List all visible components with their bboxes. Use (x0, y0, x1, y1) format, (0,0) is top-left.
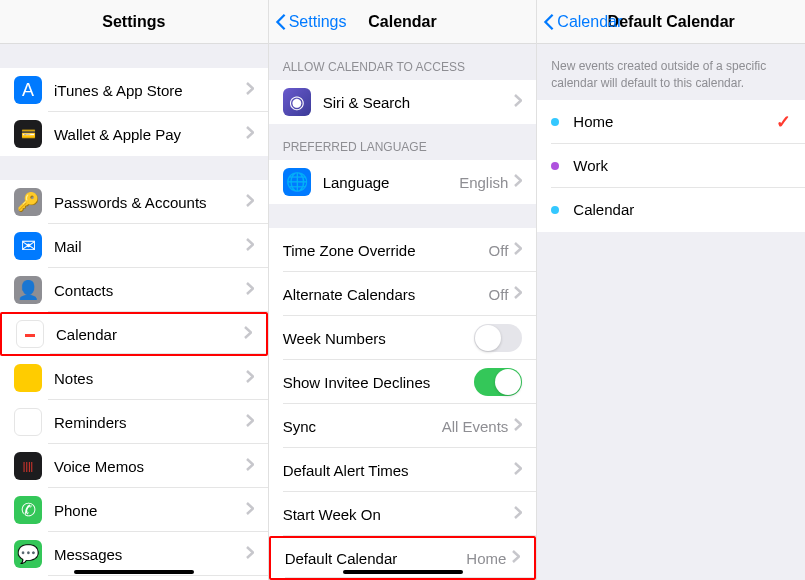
home-indicator[interactable] (74, 570, 194, 574)
content: New events created outside of a specific… (537, 44, 805, 580)
globe-icon: 🌐 (283, 168, 311, 196)
chevron-right-icon (246, 457, 254, 475)
info-text: New events created outside of a specific… (537, 44, 805, 100)
row-sync[interactable]: SyncAll Events (269, 404, 537, 448)
phone-icon: ✆ (14, 496, 42, 524)
chevron-right-icon (246, 413, 254, 431)
row-wallet-apple-pay[interactable]: 💳 Wallet & Apple Pay (0, 112, 268, 156)
chevron-right-icon (514, 505, 522, 523)
back-button[interactable]: Settings (275, 13, 347, 31)
row-siri-search[interactable]: ◉ Siri & Search (269, 80, 537, 124)
siri-icon: ◉ (283, 88, 311, 116)
mail-icon: ✉ (14, 232, 42, 260)
wallet-icon: 💳 (14, 120, 42, 148)
notes-icon (14, 364, 42, 392)
section-header-access: ALLOW CALENDAR TO ACCESS (269, 44, 537, 80)
color-dot (551, 206, 559, 214)
chevron-right-icon (514, 241, 522, 259)
default-calendar-panel: Calendar Default Calendar New events cre… (537, 0, 805, 580)
content: ALLOW CALENDAR TO ACCESS ◉ Siri & Search… (269, 44, 537, 580)
row-language[interactable]: 🌐 Language English (269, 160, 537, 204)
row-itunes-app-store[interactable]: A iTunes & App Store (0, 68, 268, 112)
chevron-right-icon (246, 501, 254, 519)
section-header-language: PREFERRED LANGUAGE (269, 124, 537, 160)
content: A iTunes & App Store 💳 Wallet & Apple Pa… (0, 44, 268, 580)
messages-icon: 💬 (14, 540, 42, 568)
row-calendar[interactable]: ▬ Calendar (0, 312, 268, 356)
row-voice-memos[interactable]: |||| Voice Memos (0, 444, 268, 488)
settings-panel: Settings A iTunes & App Store 💳 Wallet &… (0, 0, 269, 580)
chevron-right-icon (514, 417, 522, 435)
row-show-invitee-declines[interactable]: Show Invitee Declines (269, 360, 537, 404)
back-button[interactable]: Calendar (543, 13, 622, 31)
row-contacts[interactable]: 👤 Contacts (0, 268, 268, 312)
option-home[interactable]: Home✓ (537, 100, 805, 144)
chevron-right-icon (514, 93, 522, 111)
chevron-right-icon (512, 549, 520, 567)
chevron-right-icon (244, 325, 252, 343)
row-alternate-calendars[interactable]: Alternate CalendarsOff (269, 272, 537, 316)
page-title: Calendar (368, 13, 436, 31)
row-phone[interactable]: ✆ Phone (0, 488, 268, 532)
chevron-right-icon (246, 81, 254, 99)
voice-memos-icon: |||| (14, 452, 42, 480)
row-start-week-on[interactable]: Start Week On (269, 492, 537, 536)
row-facetime[interactable]: 📹 FaceTime (0, 576, 268, 580)
chevron-right-icon (246, 193, 254, 211)
contacts-icon: 👤 (14, 276, 42, 304)
toggle[interactable] (474, 368, 522, 396)
chevron-right-icon (246, 125, 254, 143)
home-indicator[interactable] (343, 570, 463, 574)
header: Settings (0, 0, 268, 44)
calendar-settings-panel: Settings Calendar ALLOW CALENDAR TO ACCE… (269, 0, 538, 580)
app-store-icon: A (14, 76, 42, 104)
color-dot (551, 118, 559, 126)
checkmark-icon: ✓ (776, 111, 791, 133)
toggle[interactable] (474, 324, 522, 352)
row-default-alert-times[interactable]: Default Alert Times (269, 448, 537, 492)
row-week-numbers[interactable]: Week Numbers (269, 316, 537, 360)
row-mail[interactable]: ✉ Mail (0, 224, 268, 268)
chevron-right-icon (514, 461, 522, 479)
row-notes[interactable]: Notes (0, 356, 268, 400)
page-title: Default Calendar (608, 13, 735, 31)
chevron-right-icon (246, 369, 254, 387)
row-passwords-accounts[interactable]: 🔑 Passwords & Accounts (0, 180, 268, 224)
header: Settings Calendar (269, 0, 537, 44)
chevron-right-icon (246, 281, 254, 299)
header: Calendar Default Calendar (537, 0, 805, 44)
page-title: Settings (102, 13, 165, 31)
chevron-right-icon (514, 285, 522, 303)
color-dot (551, 162, 559, 170)
chevron-right-icon (246, 237, 254, 255)
option-work[interactable]: Work (537, 144, 805, 188)
reminders-icon: ⋮⋮ (14, 408, 42, 436)
calendar-icon: ▬ (16, 320, 44, 348)
row-reminders[interactable]: ⋮⋮ Reminders (0, 400, 268, 444)
row-time-zone-override[interactable]: Time Zone OverrideOff (269, 228, 537, 272)
chevron-right-icon (246, 545, 254, 563)
key-icon: 🔑 (14, 188, 42, 216)
chevron-right-icon (514, 173, 522, 191)
option-calendar[interactable]: Calendar (537, 188, 805, 232)
